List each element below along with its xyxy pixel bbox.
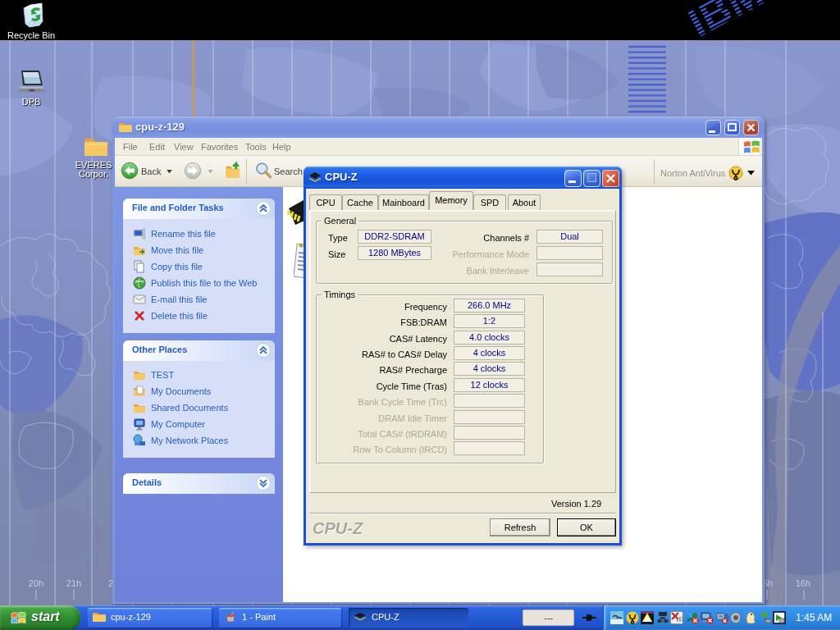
svg-text:16h: 16h [796, 578, 810, 588]
svg-text:21h: 21h [66, 578, 81, 588]
svg-text:20h: 20h [29, 578, 43, 588]
